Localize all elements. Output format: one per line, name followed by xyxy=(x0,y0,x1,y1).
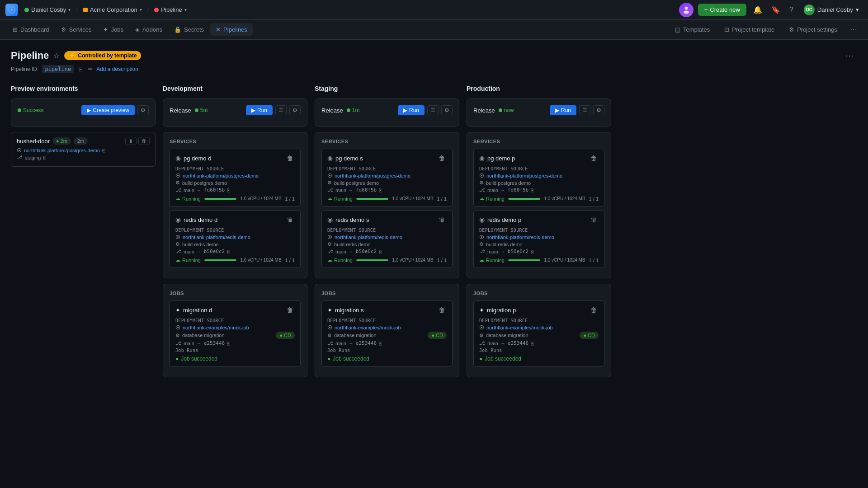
dep-branch-row: ⎇ main → b50e0c2 ⎘ xyxy=(175,249,295,254)
staging-settings-button[interactable]: ⚙ xyxy=(441,105,453,115)
env-delete-button[interactable]: 🗑 xyxy=(138,137,150,145)
dep-source-label: Deployment source xyxy=(327,318,447,323)
copy-icon: ⎘ xyxy=(379,188,382,193)
service-icon: ◉ xyxy=(479,216,485,223)
branch-icon: ⎇ xyxy=(327,340,333,346)
dev-list-button[interactable]: ☰ xyxy=(275,105,287,115)
staging-list-button[interactable]: ☰ xyxy=(427,105,439,115)
nav-jobs[interactable]: ✦ Jobs xyxy=(98,23,128,36)
star-icon[interactable]: ☆ xyxy=(53,52,60,60)
navbar: ⊞ Dashboard ⚙ Services ✦ Jobs ◈ Addons 🔒… xyxy=(0,20,868,40)
dev-pg-delete-button[interactable]: 🗑 xyxy=(285,154,295,163)
user-menu-button[interactable]: DC Daniel Cosby ▾ xyxy=(800,3,863,17)
prod-job-name: ✦ migration p xyxy=(479,307,516,314)
build-icon: ⚙ xyxy=(327,180,332,186)
add-description-link[interactable]: Add a description xyxy=(96,66,138,72)
breadcrumb-pipeline[interactable]: Pipeline ▾ xyxy=(151,5,189,14)
nav-secrets[interactable]: 🔒 Secrets xyxy=(169,23,209,36)
dep-build-row: ⚙ database migration ● CD xyxy=(327,332,447,339)
preview-settings-button[interactable]: ⚙ xyxy=(137,105,149,115)
dev-jobs-card: Jobs ✦ migration d 🗑 Deployment source ⦿… xyxy=(163,284,307,377)
nav-addons[interactable]: ◈ Addons xyxy=(130,23,168,36)
nav-dashboard[interactable]: ⊞ Dashboard xyxy=(7,23,55,36)
svg-point-2 xyxy=(684,6,688,9)
branch-icon: ⎇ xyxy=(479,340,485,346)
cloud-icon: ☁ xyxy=(327,196,332,202)
service-icon: ◉ xyxy=(479,155,485,162)
project-settings-icon: ⚙ xyxy=(789,26,794,33)
copy-icon: ⎘ xyxy=(531,249,534,254)
dep-build-row: ⚙ build postgres demo xyxy=(175,180,295,186)
create-preview-button[interactable]: ▶ Create preview xyxy=(81,105,135,115)
prod-pg-delete-button[interactable]: 🗑 xyxy=(589,154,599,163)
nav-pipelines[interactable]: ✕ Pipelines xyxy=(210,23,253,36)
staging-pg-delete-button[interactable]: 🗑 xyxy=(437,154,447,163)
dev-run-button[interactable]: ▶ Run xyxy=(246,105,273,115)
dep-build-row: ⚙ build postgres demo xyxy=(479,180,599,186)
nav-services[interactable]: ⚙ Services xyxy=(56,23,97,36)
breadcrumb-org[interactable]: Acme Corporation ▾ xyxy=(80,5,145,14)
copy-icon: ⎘ xyxy=(379,249,382,254)
branch-icon: ⎇ xyxy=(479,249,485,254)
prod-jobs-card: Jobs ✦ migration p 🗑 Deployment source ⦿… xyxy=(467,284,611,377)
prod-list-button[interactable]: ☰ xyxy=(579,105,590,115)
staging-job-migration: ✦ migration s 🗑 Deployment source ⦿ nort… xyxy=(321,300,453,367)
prod-redis-delete-button[interactable]: 🗑 xyxy=(589,215,599,224)
staging-services-label: Services xyxy=(321,139,453,144)
prod-job-delete-button[interactable]: 🗑 xyxy=(589,305,599,314)
env-name: hushed-door ● 2m 2m xyxy=(17,137,88,145)
running-row: ☁ Running 1.0 vCPU / 1024 MB 1 / 1 xyxy=(175,196,295,202)
env-time-badge: 2m xyxy=(74,137,88,145)
copy-id-button[interactable]: ⎘ xyxy=(79,66,82,72)
org-icon xyxy=(83,8,88,12)
staging-run-button[interactable]: ▶ Run xyxy=(398,105,425,115)
bookmarks-button[interactable]: 🔖 xyxy=(769,3,783,16)
prod-settings-button[interactable]: ⚙ xyxy=(593,105,604,115)
env-name-row: hushed-door ● 2m 2m ⏸ 🗑 xyxy=(17,137,150,145)
column-title-development: Development xyxy=(163,85,307,92)
prod-services-card: Services ◉ pg demo p 🗑 Deployment source… xyxy=(467,132,611,278)
topbar: Daniel Cosby ▾ / Acme Corporation ▾ / Pi… xyxy=(0,0,868,20)
branch-icon: ⎇ xyxy=(175,187,181,193)
staging-redis-name: ◉ redis demo s xyxy=(327,216,369,223)
prod-services-label: Services xyxy=(473,139,604,144)
dev-redis-delete-button[interactable]: 🗑 xyxy=(285,215,295,224)
prod-run-button[interactable]: ▶ Run xyxy=(550,105,576,115)
nav-templates[interactable]: ◱ Templates xyxy=(670,23,715,36)
notifications-button[interactable]: 🔔 xyxy=(751,3,764,16)
staging-redis-delete-button[interactable]: 🗑 xyxy=(437,215,447,224)
prod-service-pg-demo: ◉ pg demo p 🗑 Deployment source ⦿ northf… xyxy=(473,149,604,206)
env-pause-button[interactable]: ⏸ xyxy=(125,137,137,145)
breadcrumb-user[interactable]: Daniel Cosby ▾ xyxy=(22,5,73,14)
preview-env-card-hushed-door: hushed-door ● 2m 2m ⏸ 🗑 ⦿ northflank-pla… xyxy=(11,132,156,167)
nav-project-template[interactable]: ⊡ Project template xyxy=(719,23,780,36)
dev-settings-button[interactable]: ⚙ xyxy=(289,105,301,115)
prod-jobs-label: Jobs xyxy=(473,291,604,296)
page-more-button[interactable]: ⋯ xyxy=(842,49,857,62)
preview-status: Success xyxy=(18,107,43,113)
staging-job-delete-button[interactable]: 🗑 xyxy=(437,305,447,314)
create-new-button[interactable]: + Create new xyxy=(698,4,746,16)
branch-icon: ⎇ xyxy=(175,340,181,346)
prod-redis-name: ◉ redis demo p xyxy=(479,216,521,223)
copy-icon: ⎘ xyxy=(102,148,105,153)
progress-bar xyxy=(356,259,388,261)
pipeline-main-content: Preview environments Success ▶ Create pr… xyxy=(0,78,868,390)
preview-release-card: Success ▶ Create preview ⚙ xyxy=(11,99,156,127)
dev-job-delete-button[interactable]: 🗑 xyxy=(285,305,295,314)
dep-branch-row: ⎇ main → e253446 ⎘ xyxy=(175,340,295,346)
dep-repo-row: ⦿ northflank-platform/redis-demo xyxy=(327,235,447,240)
column-development: Development Release 5m ▶ Run ☰ ⚙ xyxy=(163,85,307,383)
env-repo-link[interactable]: northflank-platform/postgres-demo xyxy=(24,148,100,153)
prod-release-label: Release xyxy=(473,107,495,114)
prod-redis-header: ◉ redis demo p 🗑 xyxy=(479,215,599,224)
staging-release-label: Release xyxy=(321,107,343,114)
nav-project-settings[interactable]: ⚙ Project settings xyxy=(783,23,843,36)
progress-bar xyxy=(204,198,236,200)
help-button[interactable]: ? xyxy=(787,4,796,16)
job-success-status: ● Job succeeded xyxy=(479,356,599,362)
progress-fill xyxy=(204,198,236,200)
nav-more-button[interactable]: ⋯ xyxy=(846,23,861,36)
progress-fill xyxy=(508,198,540,200)
link-icon: ⎘ xyxy=(43,155,46,160)
